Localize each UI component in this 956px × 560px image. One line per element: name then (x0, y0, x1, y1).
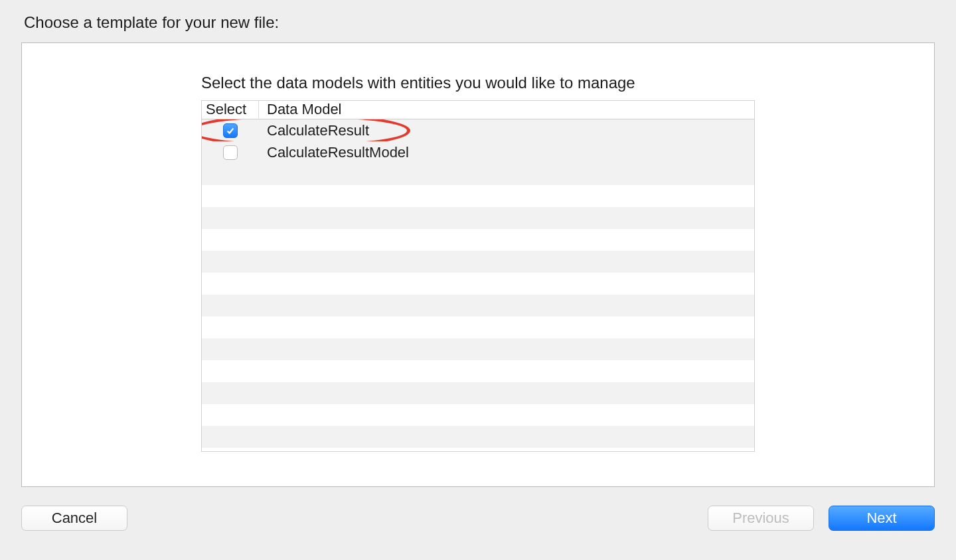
next-button[interactable]: Next (829, 506, 935, 531)
table-row-empty (202, 251, 754, 273)
table-row-empty (202, 404, 754, 426)
table-row[interactable]: CalculateResultModel (202, 141, 754, 163)
table-row-empty (202, 229, 754, 251)
page-title: Choose a template for your new file: (0, 0, 956, 42)
table-row-empty (202, 426, 754, 448)
cancel-button[interactable]: Cancel (21, 506, 127, 531)
table-row-empty (202, 163, 754, 185)
table-row-empty (202, 382, 754, 404)
cell-select (202, 145, 259, 160)
data-model-name: CalculateResultModel (259, 144, 754, 161)
column-header-select[interactable]: Select (202, 101, 259, 118)
button-bar: Cancel Previous Next (0, 487, 956, 531)
table-row-empty (202, 207, 754, 229)
previous-button: Previous (708, 506, 814, 531)
table-row[interactable]: CalculateResult (202, 119, 754, 141)
column-header-data-model[interactable]: Data Model (259, 101, 754, 118)
table-row-empty (202, 338, 754, 360)
checkbox[interactable] (223, 123, 238, 138)
table-row-empty (202, 360, 754, 382)
table-row-empty (202, 273, 754, 295)
checkbox[interactable] (223, 145, 238, 160)
table-row-empty (202, 295, 754, 316)
data-model-name: CalculateResult (259, 122, 754, 139)
table-row-empty (202, 185, 754, 207)
instruction-text: Select the data models with entities you… (201, 74, 755, 92)
table-header: Select Data Model (202, 101, 754, 119)
table-row-empty (202, 316, 754, 338)
cell-select (202, 123, 259, 138)
data-model-table: Select Data Model CalculateResultCalcula… (201, 100, 755, 452)
content-panel: Select the data models with entities you… (21, 42, 935, 487)
table-body: CalculateResultCalculateResultModel (202, 119, 754, 451)
